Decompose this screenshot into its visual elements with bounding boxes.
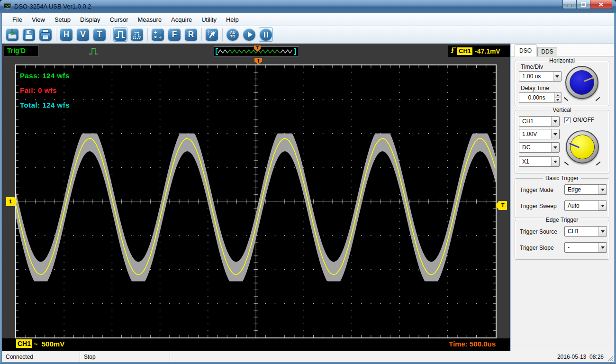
volts-per-div: 500mV: [42, 340, 64, 348]
trigger-setup-button[interactable]: T: [92, 27, 107, 42]
delay-time-input[interactable]: 0.00ns: [519, 92, 562, 103]
trigger-level-marker[interactable]: T: [496, 201, 507, 210]
open-file-button[interactable]: [5, 27, 19, 42]
menu-utility[interactable]: Utility: [197, 14, 221, 25]
horizontal-setup-icon: H: [60, 28, 72, 41]
tab-dds[interactable]: DDS: [537, 47, 557, 56]
menu-help[interactable]: Help: [221, 14, 244, 25]
edge-trigger-group: Edge Trigger Trigger Source CH1 Trigger …: [515, 220, 609, 260]
trigger-status-row: Trig'D T CH1 -47.1mV: [2, 44, 510, 58]
chevron-down-icon[interactable]: [551, 143, 559, 152]
menu-file[interactable]: File: [8, 14, 27, 25]
menu-measure[interactable]: Measure: [133, 14, 167, 25]
pause-icon: [260, 28, 272, 41]
trigger-mode-select[interactable]: Edge: [564, 184, 607, 195]
scope-display[interactable]: Pass: 124 wfs Fail: 0 wfs Total: 124 wfs: [15, 64, 497, 338]
chevron-down-icon[interactable]: [551, 117, 559, 126]
trigger-source-select[interactable]: CH1: [564, 226, 607, 237]
fail-count: Fail: 0 wfs: [20, 83, 70, 98]
trigger-slope-select[interactable]: -: [564, 242, 607, 253]
pause-button[interactable]: [259, 27, 273, 42]
refresh-icon: R: [185, 28, 197, 41]
trigger-setup-icon: T: [93, 28, 106, 41]
status-bar: Connected Stop 2016-05-13 08:26: [2, 351, 614, 362]
probe-select[interactable]: X1: [519, 156, 560, 167]
cursor-measure-button[interactable]: [205, 27, 219, 42]
chevron-down-icon[interactable]: [598, 185, 607, 194]
application-window: DSO-3254A USB Ver1.0.0.2 FileViewSetupDi…: [0, 0, 616, 364]
fft-icon: F: [168, 28, 181, 41]
toolbar-separator: [201, 28, 202, 41]
timediv-label: Time/Div: [521, 64, 543, 70]
horizontal-knob[interactable]: [565, 66, 600, 101]
window-border-bottom: [0, 362, 616, 364]
trigger-mode-label: Trigger Mode: [520, 187, 553, 193]
waveform-record-button[interactable]: [130, 27, 144, 42]
spin-up-icon[interactable]: [554, 93, 561, 98]
tab-dso[interactable]: DSO: [515, 45, 536, 56]
spinner-buttons[interactable]: [554, 93, 561, 102]
refresh-button[interactable]: R: [184, 27, 198, 42]
title-bar[interactable]: DSO-3254A USB Ver1.0.0.2: [0, 0, 616, 13]
pass-fail-test-button[interactable]: [113, 27, 127, 42]
knob-pointer: [584, 76, 594, 82]
toolbar-separator: [147, 28, 148, 41]
volts-div-select[interactable]: 1.00V: [519, 129, 560, 139]
vertical-knob[interactable]: [566, 130, 601, 165]
trigger-position-marker[interactable]: T: [254, 58, 262, 64]
save-file-button[interactable]: [22, 27, 36, 42]
window-border-right: [614, 13, 616, 364]
chevron-down-icon[interactable]: [551, 157, 559, 166]
menu-cursor[interactable]: Cursor: [105, 14, 133, 25]
save-icon: [23, 28, 35, 41]
acquisition-status: Stop: [80, 351, 170, 362]
maximize-button[interactable]: [577, 0, 590, 9]
vertical-group-title: Vertical: [550, 107, 573, 113]
menu-setup[interactable]: Setup: [50, 14, 75, 25]
window-title: DSO-3254A USB Ver1.0.0.2: [14, 3, 91, 10]
timediv-value: 1.00 us: [519, 73, 553, 80]
run-button[interactable]: [242, 27, 256, 42]
menu-acquire[interactable]: Acquire: [166, 14, 197, 25]
trigger-sweep-select[interactable]: Auto: [564, 200, 607, 211]
channel-select[interactable]: CH1: [519, 116, 560, 127]
channel-onoff[interactable]: ✓ ON/OFF: [564, 117, 594, 123]
chevron-down-icon[interactable]: [553, 72, 561, 81]
edge-trigger-title: Edge Trigger: [544, 217, 581, 223]
trigger-channel-chip: CH1: [457, 47, 472, 55]
datetime-display: 2016-05-13 08:26: [510, 351, 614, 362]
control-panel: DSO DDS Horizontal Time/Div 1.00 us Dela…: [511, 44, 614, 351]
time-readout: Time: 500.0us: [449, 340, 496, 348]
svg-text:×: ×: [154, 34, 157, 40]
resize-grip[interactable]: [607, 355, 613, 361]
spin-down-icon[interactable]: [554, 98, 561, 102]
auto-set-button[interactable]: AUTO: [226, 27, 240, 42]
vertical-setup-button[interactable]: V: [76, 27, 90, 42]
timediv-select[interactable]: 1.00 us: [519, 71, 562, 82]
vertical-group: Vertical CH1 1.00V DC X1 ✓ ON/OFF: [515, 110, 609, 173]
minimize-button[interactable]: [562, 0, 577, 9]
menu-display[interactable]: Display: [75, 14, 105, 25]
chevron-down-icon[interactable]: [598, 201, 607, 210]
menu-view[interactable]: View: [27, 14, 50, 25]
chevron-down-icon[interactable]: [551, 129, 559, 139]
basic-trigger-group: Basic Trigger Trigger Mode Edge Trigger …: [515, 178, 609, 218]
toolbar-separator: [56, 28, 56, 41]
window-border-left: [0, 13, 2, 364]
print-button[interactable]: [38, 27, 53, 42]
coupling-symbol: ~: [34, 340, 38, 348]
scope-grid-svg: [16, 65, 496, 337]
trigger-level-value: -47.1mV: [475, 47, 500, 55]
chevron-down-icon[interactable]: [598, 243, 607, 252]
channel-scale-readout: CH1 ~ 500mV: [16, 339, 64, 348]
chevron-down-icon[interactable]: [598, 227, 607, 236]
horizontal-setup-button[interactable]: H: [59, 27, 73, 42]
fft-button[interactable]: F: [167, 27, 181, 42]
checkbox-checked-icon[interactable]: ✓: [564, 117, 571, 123]
coupling-select[interactable]: DC: [519, 142, 560, 153]
menu-bar: FileViewSetupDisplayCursorMeasureAcquire…: [2, 13, 614, 26]
close-button[interactable]: [590, 0, 612, 9]
delay-time-label: Delay Time: [521, 85, 549, 91]
math-functions-button[interactable]: +-×÷: [151, 27, 165, 42]
rising-edge-icon: [450, 46, 457, 56]
